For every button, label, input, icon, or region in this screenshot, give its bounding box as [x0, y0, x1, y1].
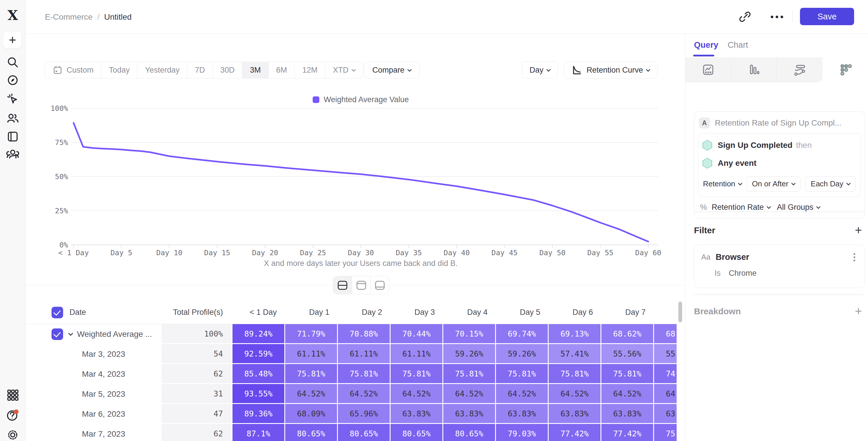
retention-cell[interactable]: 69.74% — [495, 324, 548, 344]
retention-type-dropdown[interactable]: Retention — [703, 180, 742, 188]
retention-cell[interactable]: 68.11% — [653, 324, 677, 344]
retention-cell[interactable]: 63.83% — [600, 404, 653, 424]
split-view-button[interactable] — [333, 276, 352, 294]
apps-grid-icon[interactable] — [0, 388, 26, 402]
retention-line-chart[interactable] — [26, 34, 685, 271]
retention-cell[interactable]: 70.44% — [390, 324, 442, 344]
return-event-name[interactable]: Any event — [718, 159, 756, 168]
retention-cell[interactable]: 87.1% — [231, 424, 284, 441]
retention-cell[interactable]: 63.83% — [495, 404, 548, 424]
retention-cell[interactable]: 63.83% — [653, 404, 677, 424]
retention-cell[interactable]: 92.59% — [231, 344, 284, 364]
breadcrumb-report-name[interactable]: Untitled — [104, 12, 132, 22]
groups-dropdown[interactable]: All Groups — [777, 203, 820, 212]
retention-cell[interactable]: 68.62% — [600, 324, 653, 344]
save-button[interactable]: Save — [800, 8, 854, 25]
return-event-row[interactable]: Any event — [698, 153, 861, 171]
mixpanel-logo-icon[interactable]: X — [0, 7, 26, 23]
retention-cell[interactable]: 64.52% — [284, 384, 337, 404]
day-column-header[interactable]: < 1 Day — [231, 308, 284, 317]
retention-icon[interactable] — [823, 57, 868, 82]
add-breakdown-button[interactable]: + — [852, 305, 864, 317]
retention-cell[interactable]: 59.26% — [495, 344, 548, 364]
retention-cell[interactable]: 61.11% — [390, 344, 442, 364]
retention-cell[interactable]: 75.81% — [495, 364, 548, 384]
retention-cell[interactable]: 61.11% — [337, 344, 390, 364]
retention-cell[interactable]: 75.81% — [284, 364, 337, 384]
retention-cell[interactable]: 55.56% — [653, 344, 677, 364]
retention-cell[interactable]: 70.88% — [337, 324, 390, 344]
insights-icon[interactable] — [685, 57, 731, 82]
search-icon[interactable] — [0, 56, 26, 69]
table-view-button[interactable] — [370, 276, 389, 294]
retention-cell[interactable]: 63.83% — [548, 404, 600, 424]
retention-cell[interactable]: 57.41% — [548, 344, 600, 364]
retention-cell[interactable]: 79.03% — [495, 424, 548, 441]
retention-cell[interactable]: 75.81% — [548, 364, 600, 384]
day-column-header[interactable]: Day 7 — [600, 308, 653, 317]
retention-cell[interactable]: 75.81% — [600, 364, 653, 384]
select-all-checkbox[interactable] — [52, 307, 63, 318]
cohorts-icon[interactable] — [0, 147, 26, 161]
flows-icon[interactable] — [777, 57, 823, 82]
day-column-header[interactable]: Day 1 — [284, 308, 337, 317]
retention-cell[interactable]: 64.52% — [600, 384, 653, 404]
retention-cell[interactable]: 69.13% — [548, 324, 600, 344]
retention-cell[interactable]: 75.81% — [442, 364, 495, 384]
retention-cell[interactable]: 64.52% — [548, 384, 600, 404]
retention-cell[interactable]: 61.11% — [284, 344, 337, 364]
retention-cell[interactable]: 64.52% — [390, 384, 442, 404]
metric-dropdown[interactable]: Retention Rate — [712, 203, 770, 212]
retention-cell[interactable]: 65.96% — [337, 404, 390, 424]
vertical-scrollbar[interactable] — [678, 302, 682, 322]
day-column-header[interactable]: Day 5 — [495, 308, 548, 317]
tab-chart[interactable]: Chart — [727, 40, 748, 50]
retention-cell[interactable]: 80.65% — [390, 424, 442, 441]
bucket-dropdown[interactable]: Each Day — [805, 176, 856, 192]
query-title[interactable]: Retention Rate of Sign Up Compl... — [715, 118, 841, 128]
criteria-dropdown[interactable]: On or After — [746, 176, 801, 192]
breadcrumb-project[interactable]: E-Commerce — [45, 12, 93, 22]
chart-view-button[interactable] — [352, 276, 370, 294]
first-event-row[interactable]: Sign Up Completed then — [698, 135, 861, 153]
retention-cell[interactable]: 93.55% — [231, 384, 284, 404]
create-new-button[interactable]: + — [3, 31, 22, 49]
retention-cell[interactable]: 89.24% — [231, 324, 284, 344]
retention-cell[interactable]: 64.52% — [442, 384, 495, 404]
filter-value[interactable]: Chrome — [729, 269, 756, 278]
retention-cell[interactable]: 59.26% — [442, 344, 495, 364]
retention-cell[interactable]: 63.83% — [390, 404, 442, 424]
filter-card[interactable]: Aa Browser Is Chrome — [694, 245, 865, 288]
retention-cell[interactable]: 75.81% — [653, 424, 677, 441]
retention-cell[interactable]: 77.42% — [548, 424, 600, 441]
retention-cell[interactable]: 63.83% — [442, 404, 495, 424]
funnels-icon[interactable] — [731, 57, 777, 82]
day-column-header[interactable]: Day 3 — [390, 308, 442, 317]
retention-cell[interactable]: 80.65% — [284, 424, 337, 441]
date-column-header[interactable]: Date — [69, 308, 86, 317]
day-column-header[interactable]: Day 6 — [548, 308, 600, 317]
settings-gear-icon[interactable] — [0, 428, 26, 441]
retention-cell[interactable]: 64.52% — [337, 384, 390, 404]
retention-cell[interactable]: 80.65% — [442, 424, 495, 441]
retention-cell[interactable]: 64.52% — [495, 384, 548, 404]
retention-cell[interactable]: 71.79% — [284, 324, 337, 344]
retention-cell[interactable]: 80.65% — [337, 424, 390, 441]
add-filter-button[interactable]: + — [852, 224, 864, 237]
retention-cell[interactable]: 89.36% — [231, 404, 284, 424]
retention-cell[interactable]: 68.09% — [284, 404, 337, 424]
tab-query[interactable]: Query — [694, 40, 718, 50]
kebab-menu-icon[interactable] — [854, 256, 855, 258]
expand-chevron-icon[interactable] — [68, 331, 73, 336]
retention-cell[interactable]: 74.19% — [653, 364, 677, 384]
boards-icon[interactable] — [0, 130, 26, 143]
total-column-header[interactable]: Total Profile(s) — [161, 308, 231, 317]
filter-operator[interactable]: Is — [715, 269, 721, 278]
retention-cell[interactable]: 85.48% — [231, 364, 284, 384]
copy-link-icon[interactable] — [737, 9, 753, 25]
first-event-name[interactable]: Sign Up Completed — [718, 140, 793, 150]
retention-cell[interactable]: 75.81% — [337, 364, 390, 384]
more-options-icon[interactable] — [769, 9, 785, 25]
retention-cell[interactable]: 77.42% — [600, 424, 653, 441]
cursor-click-icon[interactable] — [0, 93, 26, 106]
